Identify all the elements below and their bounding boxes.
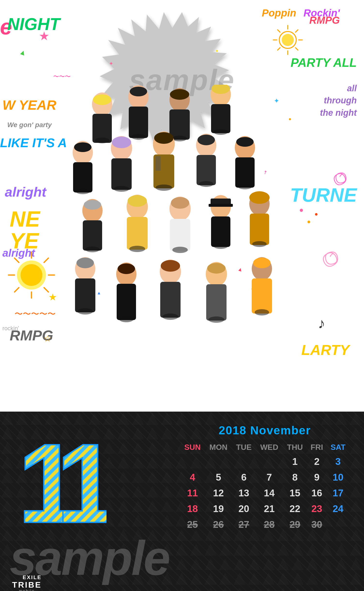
cal-day-20: 20 — [232, 501, 256, 517]
cal-week-4: 18 19 20 21 22 23 24 — [180, 501, 349, 517]
cal-day-27: 27 — [232, 517, 256, 532]
cal-day-11: 11 — [180, 485, 205, 501]
cal-day-3: 3 — [326, 454, 349, 469]
svg-rect-71 — [209, 204, 233, 207]
cal-day-6: 6 — [232, 469, 256, 485]
header-tue: TUE — [232, 441, 256, 454]
chibi-characters — [49, 85, 315, 399]
sparkle-3: ✦ — [215, 48, 219, 54]
cal-day-1: 1 — [283, 454, 307, 469]
svg-point-79 — [76, 258, 94, 268]
header-mon: MON — [205, 441, 232, 454]
svg-point-45 — [154, 132, 174, 144]
svg-point-23 — [95, 138, 109, 143]
svg-point-81 — [77, 308, 93, 315]
cal-day-13: 13 — [232, 485, 256, 501]
cal-day-25: 25 — [180, 517, 205, 532]
svg-rect-55 — [235, 157, 255, 188]
svg-point-91 — [207, 263, 226, 274]
svg-text:1: 1 — [56, 420, 106, 546]
wave-deco-1: 〜〜〜 — [53, 73, 71, 80]
svg-rect-59 — [83, 220, 102, 251]
svg-rect-63 — [127, 217, 148, 250]
deco-party-all: PARTY ALL — [291, 56, 357, 70]
cal-day-14: 14 — [256, 485, 283, 501]
music-note: ♪ — [318, 315, 325, 332]
cal-day-22: 22 — [283, 501, 307, 517]
logo-tribe-text: TRIBE — [12, 581, 42, 589]
svg-point-75 — [249, 191, 270, 204]
header-sat: SAT — [326, 441, 349, 454]
triangle-deco-1: ▲ — [18, 47, 28, 58]
cal-week-1: 1 2 3 — [180, 454, 349, 469]
cal-day-29: 29 — [283, 517, 307, 532]
cal-day-19: 19 — [205, 501, 232, 517]
deco-ne-ye: NEYE — [10, 208, 40, 252]
svg-rect-76 — [250, 214, 269, 245]
cal-day-17: 17 — [326, 485, 349, 501]
header-thu: THU — [283, 441, 307, 454]
svg-point-62 — [128, 195, 147, 207]
svg-point-68 — [172, 247, 188, 253]
cal-day-24: 24 — [326, 501, 349, 517]
cal-day-16: 16 — [307, 485, 327, 501]
svg-point-29 — [170, 89, 189, 100]
logo-text-group: EXILE TRIBE mobile — [12, 574, 42, 591]
svg-point-37 — [74, 142, 91, 152]
calendar-title: 2018 November — [180, 424, 349, 437]
deco-night-text: NIGHT — [7, 15, 60, 34]
month-number-display: 1 1 — [10, 414, 106, 548]
deco-rmpg-top: RMPG — [309, 15, 340, 26]
svg-point-97 — [255, 309, 269, 315]
logo-exile-part: EXILE TRIBE — [12, 574, 42, 589]
svg-point-58 — [84, 200, 101, 210]
cal-day-9: 9 — [307, 469, 327, 485]
svg-rect-96 — [252, 278, 272, 314]
svg-rect-67 — [170, 219, 190, 251]
svg-point-83 — [118, 263, 135, 274]
cal-day-23: 23 — [307, 501, 327, 517]
svg-rect-42 — [111, 158, 132, 190]
svg-point-35 — [213, 129, 228, 135]
svg-point-89 — [162, 314, 178, 320]
header-fri: FRI — [307, 441, 327, 454]
header-sun: SUN — [180, 441, 205, 454]
cal-day-empty — [256, 454, 283, 469]
cal-day-empty — [205, 454, 232, 469]
logo-mobile-text: mobile — [19, 589, 35, 591]
svg-point-66 — [171, 197, 189, 209]
star-deco-1: ★ — [39, 29, 50, 43]
svg-rect-30 — [169, 109, 190, 140]
svg-point-1 — [282, 34, 294, 46]
svg-rect-47 — [155, 156, 161, 171]
deco-we-gon: We gon' party — [7, 121, 52, 129]
calendar: 2018 November SUN MON TUE WED THU FRI SA… — [180, 424, 349, 532]
svg-rect-88 — [160, 282, 181, 318]
svg-point-50 — [197, 135, 215, 145]
cal-week-3: 11 12 13 14 15 16 17 — [180, 485, 349, 501]
bottom-section: 1 1 2018 November SUN MON TUE WED THU FR… — [0, 412, 364, 591]
svg-line-7 — [296, 48, 298, 50]
deco-all-through: allthroughthe night — [320, 82, 357, 119]
svg-point-27 — [131, 134, 146, 140]
svg-point-93 — [208, 316, 224, 323]
svg-rect-92 — [206, 284, 227, 321]
spiral-deco-2 — [316, 242, 345, 272]
cal-day-empty — [232, 454, 256, 469]
page-wrapper: e NIGHT ★ ▲ — [0, 0, 364, 591]
sparkle-2: ✦ — [109, 61, 113, 67]
logo-exile-text: EXILE — [23, 574, 42, 581]
svg-rect-80 — [75, 278, 95, 312]
svg-rect-72 — [211, 216, 230, 247]
cal-week-2: 4 5 6 7 8 9 10 — [180, 469, 349, 485]
svg-point-52 — [199, 181, 213, 187]
svg-line-6 — [278, 30, 280, 32]
cal-day-15: 15 — [283, 485, 307, 501]
deco-new-year: W YEAR — [2, 97, 56, 113]
cal-day-26: 26 — [205, 517, 232, 532]
cal-day-28: 28 — [256, 517, 283, 532]
svg-rect-84 — [117, 284, 136, 320]
cal-day-30: 30 — [307, 517, 327, 532]
svg-line-8 — [296, 30, 298, 32]
svg-point-21 — [93, 94, 111, 105]
